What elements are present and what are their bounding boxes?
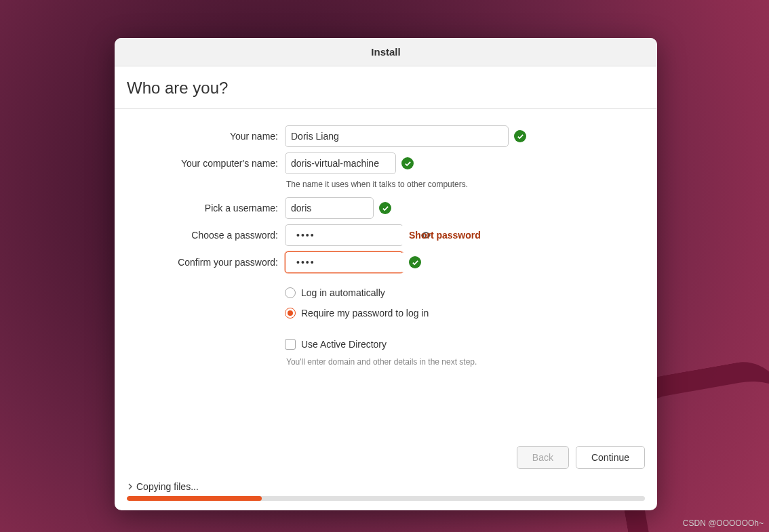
password-input[interactable] (291, 226, 420, 245)
progress-fill (127, 496, 262, 501)
content-area: Who are you? Your name: Your computer's … (115, 66, 657, 510)
name-input[interactable] (285, 125, 509, 147)
password-field-wrap (285, 224, 403, 246)
check-icon (409, 256, 421, 268)
progress-label: Copying files... (136, 481, 199, 492)
form: Your name: Your computer's name: The nam… (127, 124, 645, 371)
nav-buttons: Back Continue (127, 436, 645, 481)
watermark: CSDN @OOOOOOh~ (683, 518, 764, 528)
radio-require-password[interactable] (285, 308, 296, 319)
label-computer: Your computer's name: (127, 158, 279, 169)
progress-bar (127, 496, 645, 501)
continue-button[interactable]: Continue (576, 446, 645, 469)
window-title: Install (371, 46, 400, 58)
divider (115, 108, 657, 109)
progress-area: Copying files... (127, 481, 645, 510)
username-input[interactable] (285, 197, 374, 219)
active-directory-hint: You'll enter domain and other details in… (285, 356, 645, 371)
label-username: Pick a username: (127, 203, 279, 213)
chevron-right-icon (127, 483, 134, 490)
page-heading: Who are you? (127, 79, 645, 108)
confirm-password-input[interactable] (291, 253, 420, 272)
require-password-label: Require my password to log in (301, 308, 429, 319)
check-icon (514, 130, 526, 142)
confirm-field-wrap (285, 251, 403, 273)
label-name: Your name: (127, 131, 279, 142)
label-confirm: Confirm your password: (127, 257, 279, 268)
progress-expander[interactable]: Copying files... (127, 481, 645, 492)
titlebar: Install (115, 38, 657, 66)
computer-hint: The name it uses when it talks to other … (285, 178, 645, 193)
active-directory-label: Use Active Directory (301, 339, 387, 350)
auto-login-label: Log in automatically (301, 287, 385, 298)
checkbox-active-directory[interactable] (285, 339, 296, 350)
computer-name-input[interactable] (285, 152, 396, 174)
back-button[interactable]: Back (517, 446, 569, 469)
check-icon (379, 202, 391, 214)
installer-window: Install Who are you? Your name: Your com… (115, 38, 657, 510)
radio-auto-login[interactable] (285, 287, 296, 298)
label-password: Choose a password: (127, 230, 279, 241)
password-strength: Short password (409, 230, 481, 241)
check-icon (401, 157, 414, 169)
